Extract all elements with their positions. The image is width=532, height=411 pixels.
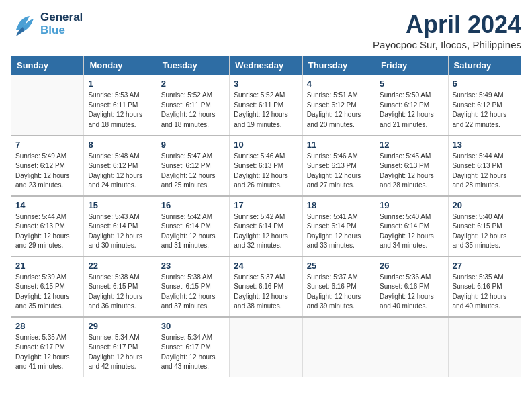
day-number: 1 [88,79,152,89]
calendar-day-cell: 4Sunrise: 5:51 AMSunset: 6:12 PMDaylight… [302,75,375,136]
day-number: 20 [453,200,517,210]
header-tuesday: Tuesday [157,56,229,75]
day-number: 30 [161,321,225,331]
calendar-day-cell: 22Sunrise: 5:38 AMSunset: 6:15 PMDayligh… [84,257,157,317]
day-info: Sunrise: 5:35 AMSunset: 6:16 PMDaylight:… [453,273,517,312]
title-area: April 2024 Payocpoc Sur, Ilocos, Philipp… [373,11,521,50]
day-number: 22 [88,261,152,271]
day-info: Sunrise: 5:37 AMSunset: 6:16 PMDaylight:… [234,273,298,312]
location-title: Payocpoc Sur, Ilocos, Philippines [373,39,521,50]
day-number: 15 [88,200,152,210]
day-number: 27 [453,261,517,271]
day-number: 17 [234,200,298,210]
logo: General Blue [11,11,83,38]
day-number: 23 [161,261,225,271]
calendar-week-row: 28Sunrise: 5:35 AMSunset: 6:17 PMDayligh… [11,317,521,377]
calendar-day-cell: 15Sunrise: 5:43 AMSunset: 6:14 PMDayligh… [84,196,157,257]
calendar-day-cell: 18Sunrise: 5:41 AMSunset: 6:14 PMDayligh… [302,196,375,257]
day-number: 18 [307,200,371,210]
day-number: 14 [15,200,79,210]
day-info: Sunrise: 5:37 AMSunset: 6:16 PMDaylight:… [307,273,371,312]
calendar-day-cell: 14Sunrise: 5:44 AMSunset: 6:13 PMDayligh… [11,196,84,257]
calendar-day-cell: 9Sunrise: 5:47 AMSunset: 6:12 PMDaylight… [157,136,229,196]
header-thursday: Thursday [302,56,375,75]
calendar-day-cell: 8Sunrise: 5:48 AMSunset: 6:12 PMDaylight… [84,136,157,196]
header: General Blue April 2024 Payocpoc Sur, Il… [11,11,521,50]
day-number: 10 [234,140,298,150]
day-number: 3 [234,79,298,89]
calendar-day-cell: 11Sunrise: 5:46 AMSunset: 6:13 PMDayligh… [302,136,375,196]
logo-blue: Blue [40,24,83,37]
day-info: Sunrise: 5:44 AMSunset: 6:13 PMDaylight:… [15,212,79,251]
page-container: General Blue April 2024 Payocpoc Sur, Il… [11,11,521,377]
logo-text: General Blue [40,11,83,36]
day-info: Sunrise: 5:49 AMSunset: 6:12 PMDaylight:… [15,152,79,191]
day-info: Sunrise: 5:52 AMSunset: 6:11 PMDaylight:… [234,91,298,130]
header-sunday: Sunday [11,56,84,75]
calendar-day-cell: 6Sunrise: 5:49 AMSunset: 6:12 PMDaylight… [448,75,521,136]
calendar-day-cell: 2Sunrise: 5:52 AMSunset: 6:11 PMDaylight… [157,75,229,136]
day-info: Sunrise: 5:48 AMSunset: 6:12 PMDaylight:… [88,152,152,191]
calendar-day-cell: 17Sunrise: 5:42 AMSunset: 6:14 PMDayligh… [230,196,302,257]
day-number: 13 [453,140,517,150]
calendar-day-cell: 10Sunrise: 5:46 AMSunset: 6:13 PMDayligh… [230,136,302,196]
day-number: 11 [307,140,371,150]
day-info: Sunrise: 5:51 AMSunset: 6:12 PMDaylight:… [307,91,371,130]
calendar-day-cell: 12Sunrise: 5:45 AMSunset: 6:13 PMDayligh… [375,136,448,196]
day-info: Sunrise: 5:49 AMSunset: 6:12 PMDaylight:… [453,91,517,130]
day-info: Sunrise: 5:47 AMSunset: 6:12 PMDaylight:… [161,152,225,191]
calendar-week-row: 1Sunrise: 5:53 AMSunset: 6:11 PMDaylight… [11,75,521,136]
calendar-day-cell: 1Sunrise: 5:53 AMSunset: 6:11 PMDaylight… [84,75,157,136]
calendar-day-cell: 19Sunrise: 5:40 AMSunset: 6:14 PMDayligh… [375,196,448,257]
calendar-day-cell: 26Sunrise: 5:36 AMSunset: 6:16 PMDayligh… [375,257,448,317]
day-number: 24 [234,261,298,271]
day-info: Sunrise: 5:42 AMSunset: 6:14 PMDaylight:… [161,212,225,251]
day-number: 16 [161,200,225,210]
day-info: Sunrise: 5:53 AMSunset: 6:11 PMDaylight:… [88,91,152,130]
day-info: Sunrise: 5:36 AMSunset: 6:16 PMDaylight:… [380,273,443,312]
month-title: April 2024 [373,11,521,39]
day-info: Sunrise: 5:46 AMSunset: 6:13 PMDaylight:… [307,152,371,191]
calendar-day-cell [448,317,521,377]
calendar-day-cell [230,317,302,377]
day-info: Sunrise: 5:41 AMSunset: 6:14 PMDaylight:… [307,212,371,251]
day-info: Sunrise: 5:43 AMSunset: 6:14 PMDaylight:… [88,212,152,251]
day-number: 25 [307,261,371,271]
calendar: Sunday Monday Tuesday Wednesday Thursday… [11,56,521,377]
calendar-week-row: 14Sunrise: 5:44 AMSunset: 6:13 PMDayligh… [11,196,521,257]
day-number: 8 [88,140,152,150]
day-number: 21 [15,261,79,271]
calendar-day-cell: 28Sunrise: 5:35 AMSunset: 6:17 PMDayligh… [11,317,84,377]
day-info: Sunrise: 5:50 AMSunset: 6:12 PMDaylight:… [380,91,443,130]
calendar-day-cell: 3Sunrise: 5:52 AMSunset: 6:11 PMDaylight… [230,75,302,136]
day-info: Sunrise: 5:45 AMSunset: 6:13 PMDaylight:… [380,152,443,191]
day-info: Sunrise: 5:38 AMSunset: 6:15 PMDaylight:… [161,273,225,312]
day-number: 9 [161,140,225,150]
calendar-day-cell [11,75,84,136]
logo-general: General [40,11,83,24]
logo-icon [11,11,38,38]
calendar-week-row: 21Sunrise: 5:39 AMSunset: 6:15 PMDayligh… [11,257,521,317]
day-number: 5 [380,79,443,89]
day-info: Sunrise: 5:46 AMSunset: 6:13 PMDaylight:… [234,152,298,191]
day-info: Sunrise: 5:40 AMSunset: 6:15 PMDaylight:… [453,212,517,251]
calendar-day-cell: 16Sunrise: 5:42 AMSunset: 6:14 PMDayligh… [157,196,229,257]
day-info: Sunrise: 5:39 AMSunset: 6:15 PMDaylight:… [15,273,79,312]
header-friday: Friday [375,56,448,75]
day-info: Sunrise: 5:40 AMSunset: 6:14 PMDaylight:… [380,212,443,251]
day-info: Sunrise: 5:34 AMSunset: 6:17 PMDaylight:… [161,333,225,372]
day-info: Sunrise: 5:52 AMSunset: 6:11 PMDaylight:… [161,91,225,130]
day-info: Sunrise: 5:38 AMSunset: 6:15 PMDaylight:… [88,273,152,312]
calendar-day-cell: 7Sunrise: 5:49 AMSunset: 6:12 PMDaylight… [11,136,84,196]
header-wednesday: Wednesday [230,56,302,75]
day-number: 7 [15,140,79,150]
calendar-day-cell: 21Sunrise: 5:39 AMSunset: 6:15 PMDayligh… [11,257,84,317]
calendar-day-cell: 23Sunrise: 5:38 AMSunset: 6:15 PMDayligh… [157,257,229,317]
calendar-day-cell: 30Sunrise: 5:34 AMSunset: 6:17 PMDayligh… [157,317,229,377]
day-info: Sunrise: 5:42 AMSunset: 6:14 PMDaylight:… [234,212,298,251]
calendar-week-row: 7Sunrise: 5:49 AMSunset: 6:12 PMDaylight… [11,136,521,196]
calendar-day-cell [375,317,448,377]
day-info: Sunrise: 5:35 AMSunset: 6:17 PMDaylight:… [15,333,79,372]
day-number: 29 [88,321,152,331]
calendar-day-cell: 25Sunrise: 5:37 AMSunset: 6:16 PMDayligh… [302,257,375,317]
